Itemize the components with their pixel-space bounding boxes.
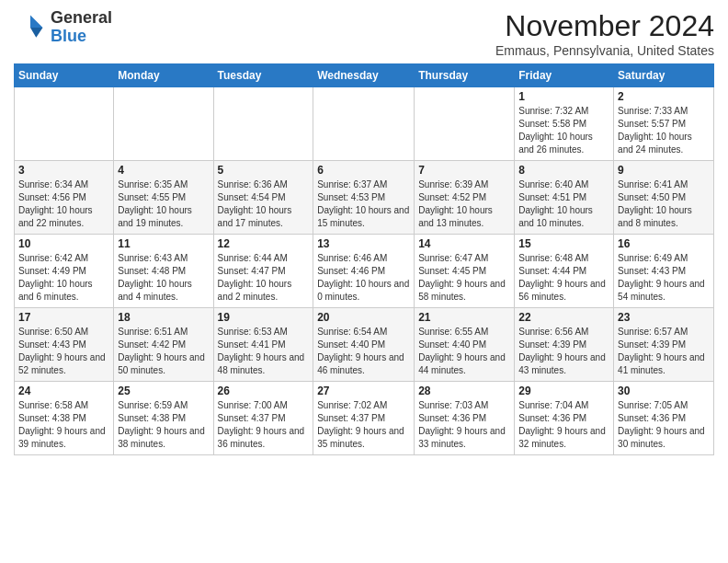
svg-marker-0: [30, 15, 43, 28]
day-info: Sunrise: 6:56 AMSunset: 4:39 PMDaylight:…: [518, 326, 609, 377]
day-number: 21: [418, 311, 510, 324]
calendar-day-cell: 12Sunrise: 6:44 AMSunset: 4:47 PMDayligh…: [213, 235, 313, 308]
calendar-day-cell: 22Sunrise: 6:56 AMSunset: 4:39 PMDayligh…: [515, 308, 614, 382]
day-number: 29: [518, 385, 609, 397]
calendar-day-cell: 25Sunrise: 6:59 AMSunset: 4:38 PMDayligh…: [114, 382, 213, 455]
calendar-day-cell: 11Sunrise: 6:43 AMSunset: 4:48 PMDayligh…: [114, 235, 213, 308]
day-info: Sunrise: 7:00 AMSunset: 4:37 PMDaylight:…: [218, 399, 310, 451]
calendar-day-cell: 16Sunrise: 6:49 AMSunset: 4:43 PMDayligh…: [614, 235, 714, 308]
day-info: Sunrise: 6:51 AMSunset: 4:42 PMDaylight:…: [118, 326, 209, 377]
day-number: 17: [18, 311, 109, 324]
day-info: Sunrise: 6:35 AMSunset: 4:55 PMDaylight:…: [118, 178, 209, 230]
day-number: 24: [18, 385, 109, 397]
calendar-day-cell: 6Sunrise: 6:37 AMSunset: 4:53 PMDaylight…: [313, 161, 415, 235]
day-info: Sunrise: 6:53 AMSunset: 4:41 PMDaylight:…: [218, 326, 310, 377]
day-info: Sunrise: 6:36 AMSunset: 4:54 PMDaylight:…: [218, 178, 310, 230]
day-number: 30: [618, 385, 710, 397]
calendar-day-cell: 13Sunrise: 6:46 AMSunset: 4:46 PMDayligh…: [313, 235, 415, 308]
calendar-day-cell: 17Sunrise: 6:50 AMSunset: 4:43 PMDayligh…: [15, 308, 114, 382]
calendar-day-cell: 29Sunrise: 7:04 AMSunset: 4:36 PMDayligh…: [515, 382, 614, 455]
calendar-day-cell: 3Sunrise: 6:34 AMSunset: 4:56 PMDaylight…: [15, 161, 114, 235]
day-number: 12: [218, 237, 310, 250]
calendar-day-cell: 9Sunrise: 6:41 AMSunset: 4:50 PMDaylight…: [614, 161, 714, 235]
day-info: Sunrise: 6:55 AMSunset: 4:40 PMDaylight:…: [418, 326, 510, 377]
day-info: Sunrise: 6:58 AMSunset: 4:38 PMDaylight:…: [18, 399, 109, 451]
day-number: 2: [618, 90, 710, 103]
day-of-week-header: Sunday: [15, 64, 114, 87]
calendar-day-cell: 24Sunrise: 6:58 AMSunset: 4:38 PMDayligh…: [15, 382, 114, 455]
day-info: Sunrise: 6:46 AMSunset: 4:46 PMDaylight:…: [317, 252, 410, 304]
day-info: Sunrise: 6:42 AMSunset: 4:49 PMDaylight:…: [18, 252, 109, 304]
day-info: Sunrise: 7:05 AMSunset: 4:36 PMDaylight:…: [618, 399, 710, 451]
day-of-week-header: Saturday: [614, 64, 714, 87]
day-info: Sunrise: 7:04 AMSunset: 4:36 PMDaylight:…: [518, 399, 609, 451]
calendar-day-cell: 8Sunrise: 6:40 AMSunset: 4:51 PMDaylight…: [515, 161, 614, 235]
calendar-week-row: 1Sunrise: 7:32 AMSunset: 5:58 PMDaylight…: [15, 87, 714, 161]
day-number: 26: [218, 385, 310, 397]
calendar-day-cell: 1Sunrise: 7:32 AMSunset: 5:58 PMDaylight…: [515, 87, 614, 161]
day-info: Sunrise: 7:32 AMSunset: 5:58 PMDaylight:…: [518, 105, 609, 156]
calendar-day-cell: [415, 87, 515, 161]
day-of-week-header: Wednesday: [313, 64, 415, 87]
calendar-day-cell: 18Sunrise: 6:51 AMSunset: 4:42 PMDayligh…: [114, 308, 213, 382]
calendar-week-row: 3Sunrise: 6:34 AMSunset: 4:56 PMDaylight…: [15, 161, 714, 235]
svg-marker-1: [30, 28, 43, 38]
day-number: 14: [418, 237, 510, 250]
day-number: 18: [118, 311, 209, 324]
day-number: 25: [118, 385, 209, 397]
calendar-day-cell: 26Sunrise: 7:00 AMSunset: 4:37 PMDayligh…: [213, 382, 313, 455]
calendar-week-row: 24Sunrise: 6:58 AMSunset: 4:38 PMDayligh…: [15, 382, 714, 455]
calendar-day-cell: 21Sunrise: 6:55 AMSunset: 4:40 PMDayligh…: [415, 308, 515, 382]
calendar-day-cell: [15, 87, 114, 161]
day-number: 9: [618, 164, 710, 177]
calendar-day-cell: 10Sunrise: 6:42 AMSunset: 4:49 PMDayligh…: [15, 235, 114, 308]
calendar-day-cell: 30Sunrise: 7:05 AMSunset: 4:36 PMDayligh…: [614, 382, 714, 455]
day-info: Sunrise: 6:40 AMSunset: 4:51 PMDaylight:…: [518, 178, 609, 230]
day-number: 1: [518, 90, 609, 103]
day-info: Sunrise: 6:59 AMSunset: 4:38 PMDaylight:…: [118, 399, 209, 451]
calendar-day-cell: 28Sunrise: 7:03 AMSunset: 4:36 PMDayligh…: [415, 382, 515, 455]
day-number: 10: [18, 237, 109, 250]
logo-blue: Blue: [51, 28, 112, 46]
day-info: Sunrise: 6:44 AMSunset: 4:47 PMDaylight:…: [218, 252, 310, 304]
logo: General Blue: [14, 9, 112, 46]
day-number: 8: [518, 164, 609, 177]
day-info: Sunrise: 6:34 AMSunset: 4:56 PMDaylight:…: [18, 178, 109, 230]
day-info: Sunrise: 6:41 AMSunset: 4:50 PMDaylight:…: [618, 178, 710, 230]
calendar-day-cell: 27Sunrise: 7:02 AMSunset: 4:37 PMDayligh…: [313, 382, 415, 455]
day-of-week-header: Thursday: [415, 64, 515, 87]
day-info: Sunrise: 6:49 AMSunset: 4:43 PMDaylight:…: [618, 252, 710, 304]
day-number: 13: [317, 237, 410, 250]
day-info: Sunrise: 6:48 AMSunset: 4:44 PMDaylight:…: [518, 252, 609, 304]
calendar-table: SundayMondayTuesdayWednesdayThursdayFrid…: [14, 63, 714, 455]
day-number: 7: [418, 164, 510, 177]
day-info: Sunrise: 6:50 AMSunset: 4:43 PMDaylight:…: [18, 326, 109, 377]
day-number: 16: [618, 237, 710, 250]
day-number: 5: [218, 164, 310, 177]
calendar-day-cell: 15Sunrise: 6:48 AMSunset: 4:44 PMDayligh…: [515, 235, 614, 308]
calendar-day-cell: 7Sunrise: 6:39 AMSunset: 4:52 PMDaylight…: [415, 161, 515, 235]
day-info: Sunrise: 6:43 AMSunset: 4:48 PMDaylight:…: [118, 252, 209, 304]
day-number: 23: [618, 311, 710, 324]
day-of-week-header: Tuesday: [213, 64, 313, 87]
day-number: 19: [218, 311, 310, 324]
calendar-header-row: SundayMondayTuesdayWednesdayThursdayFrid…: [15, 64, 714, 87]
day-info: Sunrise: 7:03 AMSunset: 4:36 PMDaylight:…: [418, 399, 510, 451]
calendar-day-cell: 2Sunrise: 7:33 AMSunset: 5:57 PMDaylight…: [614, 87, 714, 161]
calendar-day-cell: 20Sunrise: 6:54 AMSunset: 4:40 PMDayligh…: [313, 308, 415, 382]
calendar-day-cell: 4Sunrise: 6:35 AMSunset: 4:55 PMDaylight…: [114, 161, 213, 235]
day-number: 22: [518, 311, 609, 324]
day-info: Sunrise: 6:37 AMSunset: 4:53 PMDaylight:…: [317, 178, 410, 230]
day-number: 4: [118, 164, 209, 177]
day-info: Sunrise: 6:47 AMSunset: 4:45 PMDaylight:…: [418, 252, 510, 304]
day-info: Sunrise: 6:57 AMSunset: 4:39 PMDaylight:…: [618, 326, 710, 377]
day-number: 27: [317, 385, 410, 397]
location: Emmaus, Pennsylvania, United States: [495, 43, 714, 58]
day-number: 15: [518, 237, 609, 250]
calendar-day-cell: 23Sunrise: 6:57 AMSunset: 4:39 PMDayligh…: [614, 308, 714, 382]
day-of-week-header: Monday: [114, 64, 213, 87]
calendar-day-cell: [313, 87, 415, 161]
calendar-week-row: 10Sunrise: 6:42 AMSunset: 4:49 PMDayligh…: [15, 235, 714, 308]
logo-general: General: [51, 9, 112, 28]
logo-icon: [14, 11, 47, 44]
